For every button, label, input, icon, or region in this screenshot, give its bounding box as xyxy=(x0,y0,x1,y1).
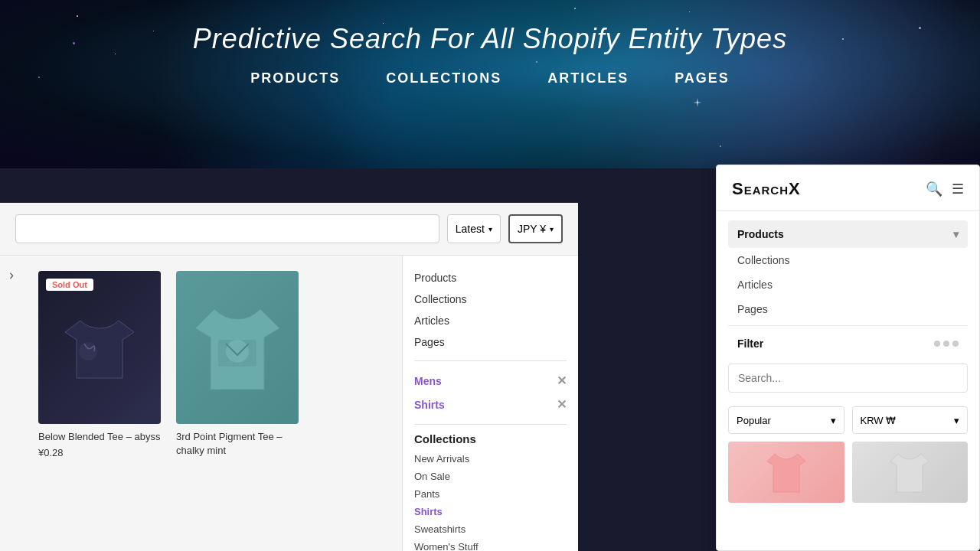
left-search-input[interactable] xyxy=(15,214,439,243)
sort-chevron-icon: ▾ xyxy=(488,225,492,233)
searchx-currency-label: KRW ₩ xyxy=(861,415,897,426)
sidebar-filter-mens[interactable]: Mens ✕ xyxy=(414,369,567,393)
searchx-logo: SearchX xyxy=(732,179,801,199)
searchx-header-icons: 🔍 ☰ xyxy=(926,181,964,197)
sort-label: Latest xyxy=(456,223,485,235)
sidebar-divider xyxy=(414,360,567,361)
product-card: Sold Out Below Blended Tee – abyss ¥0.28 xyxy=(38,271,161,536)
nav-collections[interactable]: COLLECTIONS xyxy=(386,70,501,86)
entity-chevron-icon: ▾ xyxy=(953,228,959,240)
searchx-search-input[interactable] xyxy=(728,364,968,393)
entity-collections[interactable]: Collections xyxy=(728,248,968,272)
collection-sweatshirts[interactable]: Sweatshirts xyxy=(414,520,567,538)
hero-section: Predictive Search For All Shopify Entity… xyxy=(0,0,980,86)
entity-collections-label: Collections xyxy=(737,254,789,266)
product-name: 3rd Point Pigment Tee – chalky mint xyxy=(176,430,299,458)
thumb-product-svg xyxy=(890,448,929,497)
sidebar-collections-label: Collections xyxy=(414,293,466,305)
entity-articles[interactable]: Articles xyxy=(728,272,968,297)
sidebar-filter-shirts[interactable]: Shirts ✕ xyxy=(414,393,567,416)
entity-pages[interactable]: Pages xyxy=(728,297,968,321)
product-thumb-2[interactable] xyxy=(852,442,969,503)
product-price: ¥0.28 xyxy=(38,447,161,458)
sidebar-pages-label: Pages xyxy=(414,336,445,348)
currency-chevron-icon: ▾ xyxy=(550,225,554,233)
nav-articles[interactable]: ARTICLES xyxy=(547,70,629,86)
svg-point-2 xyxy=(226,340,249,363)
searchx-sort-chevron-icon: ▾ xyxy=(831,415,836,426)
collection-pants[interactable]: Pants xyxy=(414,485,567,503)
searchx-currency-dropdown[interactable]: KRW ₩ ▾ xyxy=(852,406,969,434)
searchx-sort-label: Popular xyxy=(737,415,771,426)
filter-label: Filter xyxy=(737,337,763,350)
searchx-header: SearchX 🔍 ☰ xyxy=(717,165,979,211)
entity-articles-label: Articles xyxy=(737,279,773,291)
sidebar-toggle-icon[interactable]: › xyxy=(9,267,14,283)
close-shirts-icon[interactable]: ✕ xyxy=(557,397,567,412)
search-icon[interactable]: 🔍 xyxy=(926,181,942,197)
menu-icon[interactable]: ☰ xyxy=(952,181,964,197)
filter-dot-1 xyxy=(934,341,940,347)
product-list: Sold Out Below Blended Tee – abyss ¥0.28 xyxy=(23,256,402,551)
collection-shirts[interactable]: Shirts xyxy=(414,503,567,520)
product-card: 3rd Point Pigment Tee – chalky mint xyxy=(176,271,299,536)
product-image xyxy=(176,271,299,424)
sidebar-products-label: Products xyxy=(414,272,456,284)
sidebar-nav-pages[interactable]: Pages xyxy=(414,331,567,353)
left-panel-topbar: Latest ▾ JPY ¥ ▾ xyxy=(0,203,578,256)
searchx-sort-dropdown[interactable]: Popular ▾ xyxy=(728,406,844,434)
filter-shirts-label: Shirts xyxy=(414,399,445,411)
filter-mens-label: Mens xyxy=(414,375,442,387)
sidebar-nav-articles[interactable]: Articles xyxy=(414,310,567,331)
searchx-body: Products ▾ Collections Articles Pages Fi… xyxy=(717,211,979,546)
filter-row: Filter xyxy=(728,330,968,357)
nav-pages[interactable]: PAGES xyxy=(675,70,730,86)
product-thumb-1[interactable] xyxy=(728,442,844,503)
filter-dots xyxy=(934,341,959,347)
sidebar-dropdown: Products Collections Articles Pages Mens… xyxy=(402,256,578,551)
collection-womens-stuff[interactable]: Women's Stuff xyxy=(414,538,567,551)
nav-products[interactable]: PRODUCTS xyxy=(250,70,340,86)
product-name: Below Blended Tee – abyss xyxy=(38,430,161,444)
hero-title: Predictive Search For All Shopify Entity… xyxy=(0,23,980,55)
entity-products-label: Products xyxy=(737,228,784,240)
collection-new-arrivals[interactable]: New Arrivals xyxy=(414,450,567,468)
product-tshirt-svg xyxy=(65,309,134,386)
sidebar-articles-label: Articles xyxy=(414,315,449,327)
currency-dropdown[interactable]: JPY ¥ ▾ xyxy=(508,214,563,243)
entity-divider xyxy=(728,325,968,326)
sidebar-nav-collections[interactable]: Collections xyxy=(414,289,567,310)
product-tshirt-svg xyxy=(195,298,279,397)
entity-products[interactable]: Products ▾ xyxy=(728,220,968,248)
sold-out-badge: Sold Out xyxy=(46,279,93,291)
filter-dot-3 xyxy=(952,341,959,347)
thumb-product-svg xyxy=(767,448,805,497)
left-panel: Latest ▾ JPY ¥ ▾ › Sold Out xyxy=(0,203,578,551)
collections-list: New Arrivals On Sale Pants Shirts Sweats… xyxy=(414,450,567,551)
product-thumbnails xyxy=(728,442,968,503)
collection-on-sale[interactable]: On Sale xyxy=(414,468,567,485)
sidebar-divider-2 xyxy=(414,424,567,425)
product-image: Sold Out xyxy=(38,271,161,424)
searchx-currency-chevron-icon: ▾ xyxy=(954,415,959,426)
products-area: › Sold Out Below Blended Tee – abyss ¥0.… xyxy=(0,256,578,551)
sidebar-nav-products[interactable]: Products xyxy=(414,267,567,289)
searchx-panel: SearchX 🔍 ☰ Products ▾ Collections Artic… xyxy=(716,165,980,551)
close-mens-icon[interactable]: ✕ xyxy=(557,373,567,388)
hero-nav: PRODUCTS COLLECTIONS ARTICLES PAGES xyxy=(0,70,980,86)
collections-header: Collections xyxy=(414,432,567,445)
sort-currency-row: Popular ▾ KRW ₩ ▾ xyxy=(728,406,968,434)
sort-dropdown[interactable]: Latest ▾ xyxy=(447,214,501,243)
entity-pages-label: Pages xyxy=(737,303,768,315)
currency-label: JPY ¥ xyxy=(518,223,546,235)
filter-dot-2 xyxy=(943,341,949,347)
